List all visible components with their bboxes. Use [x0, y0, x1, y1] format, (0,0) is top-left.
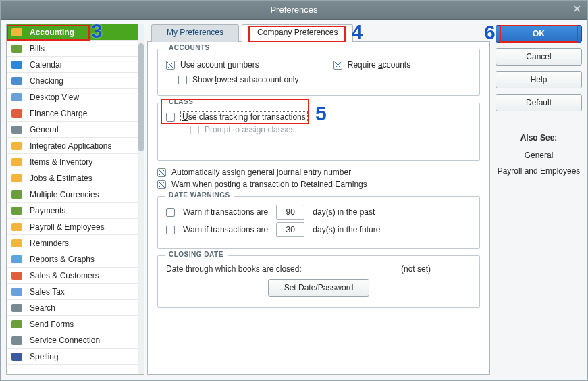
also-see-title: Also See:: [496, 133, 582, 143]
sidebar-item-send-forms[interactable]: Send Forms: [7, 316, 138, 332]
sidebar-item-reports-graphs[interactable]: Reports & Graphs: [7, 251, 138, 268]
sidebar-item-general[interactable]: General: [7, 122, 138, 138]
sidebar-item-label: Accounting: [30, 28, 74, 37]
sidebar-item-payments[interactable]: Payments: [7, 203, 138, 219]
svg-rect-15: [11, 272, 22, 280]
sidebar-item-label: Spelling: [30, 352, 59, 361]
sidebar-item-payroll-employees[interactable]: Payroll & Employees: [7, 219, 138, 235]
sidebar-scroll-thumb[interactable]: [138, 43, 144, 151]
button-set-date-password[interactable]: Set Date/Password: [268, 279, 369, 297]
sidebar-item-label: Finance Charge: [30, 109, 87, 118]
svg-rect-8: [11, 158, 22, 166]
group-title: CLASS: [165, 98, 197, 105]
sidebar-item-icon: [9, 140, 24, 152]
sidebar-item-spelling[interactable]: Spelling: [7, 349, 138, 365]
checkbox-auto-journal[interactable]: [157, 168, 166, 177]
sidebar-item-items-inventory[interactable]: Items & Inventory: [7, 154, 138, 170]
label-auto-journal[interactable]: Automatically assign general journal ent…: [171, 168, 351, 177]
svg-rect-14: [11, 255, 22, 263]
sidebar-item-service-connection[interactable]: Service Connection: [7, 332, 138, 349]
svg-rect-6: [11, 126, 22, 134]
label-warn-future-before[interactable]: Warn if transactions are: [183, 225, 268, 234]
sidebar-item-icon: [9, 124, 24, 136]
checkbox-class-tracking[interactable]: [166, 113, 175, 122]
svg-rect-9: [11, 174, 22, 182]
sidebar-item-label: Payroll & Employees: [30, 222, 105, 232]
sidebar-item-jobs-estimates[interactable]: Jobs & Estimates: [7, 170, 138, 186]
label-warn-future-after: day(s) in the future: [313, 225, 380, 234]
button-cancel[interactable]: Cancel: [496, 48, 582, 66]
sidebar-item-integrated-applications[interactable]: Integrated Applications: [7, 138, 138, 154]
group-title: CLOSING DATE: [165, 251, 228, 258]
svg-rect-16: [11, 288, 22, 296]
checkbox-require-accounts[interactable]: [333, 61, 342, 70]
sidebar-item-icon: [9, 91, 24, 103]
svg-rect-4: [11, 93, 22, 101]
button-ok[interactable]: OK: [496, 25, 582, 43]
sidebar-item-icon: [9, 221, 24, 233]
svg-rect-18: [11, 320, 22, 328]
sidebar-item-icon: [9, 318, 24, 330]
button-help[interactable]: Help: [496, 71, 582, 88]
sidebar-item-multiple-currencies[interactable]: Multiple Currencies: [7, 186, 138, 203]
group-title: ACCOUNTS: [165, 44, 214, 51]
right-column: OK Cancel Help Default Also See: General…: [496, 24, 582, 375]
tab-company-preferences[interactable]: Company Preferences: [242, 24, 353, 42]
sidebar-item-label: Send Forms: [30, 320, 74, 329]
sidebar-item-icon: [9, 302, 24, 314]
tab-my-preferences[interactable]: My Preferences: [151, 24, 239, 42]
sidebar-item-icon: [9, 59, 24, 71]
close-icon[interactable]: ✕: [570, 3, 583, 17]
button-default[interactable]: Default: [496, 94, 582, 111]
label-warn-past-before[interactable]: Warn if transactions are: [183, 207, 268, 217]
content-area: My Preferences Company Preferences ACCOU…: [147, 24, 493, 375]
sidebar-item-icon: [9, 156, 24, 168]
input-days-future[interactable]: 30: [276, 222, 304, 237]
label-require-accounts[interactable]: Require accounts: [348, 60, 410, 70]
checkbox-warn-retained[interactable]: [157, 180, 166, 189]
label-warn-retained[interactable]: Warn when posting a transaction to Retai…: [171, 180, 367, 189]
svg-rect-17: [11, 304, 22, 312]
sidebar-item-label: Desktop View: [30, 93, 79, 102]
label-show-lowest[interactable]: Show lowest subaccount only: [192, 75, 298, 84]
checkbox-show-lowest[interactable]: [178, 76, 187, 84]
group-class: CLASS Use class tracking for transaction…: [157, 103, 480, 161]
svg-rect-5: [11, 109, 22, 118]
sidebar-item-icon: [9, 205, 24, 217]
sidebar-item-accounting[interactable]: Accounting: [7, 24, 138, 41]
label-closing-date: Date through which books are closed:: [166, 264, 302, 274]
sidebar-item-label: Checking: [30, 76, 63, 86]
label-class-tracking[interactable]: Use class tracking for transactions: [180, 111, 308, 122]
sidebar-item-search[interactable]: Search: [7, 300, 138, 316]
sidebar-item-label: General: [30, 125, 59, 134]
sidebar-item-icon: [9, 43, 24, 55]
svg-rect-0: [11, 28, 22, 36]
also-see-item[interactable]: General: [496, 151, 582, 161]
sidebar-item-checking[interactable]: Checking: [7, 73, 138, 89]
sidebar-scrollbar[interactable]: [138, 24, 144, 374]
sidebar-item-bills[interactable]: Bills: [7, 41, 138, 57]
sidebar-item-label: Bills: [30, 44, 45, 53]
also-see: Also See: General Payroll and Employees: [496, 133, 582, 182]
checkbox-warn-past[interactable]: [166, 208, 175, 217]
sidebar-item-icon: [9, 26, 24, 39]
sidebar-item-label: Service Connection: [30, 336, 100, 345]
sidebar-item-sales-customers[interactable]: Sales & Customers: [7, 268, 138, 284]
sidebar-item-sales-tax[interactable]: Sales Tax: [7, 284, 138, 300]
body: AccountingBillsCalendarCheckingDesktop V…: [1, 20, 587, 380]
svg-rect-13: [11, 239, 22, 247]
also-see-item[interactable]: Payroll and Employees: [496, 166, 582, 176]
sidebar-item-reminders[interactable]: Reminders: [7, 235, 138, 251]
sidebar-item-desktop-view[interactable]: Desktop View: [7, 89, 138, 105]
sidebar-item-calendar[interactable]: Calendar: [7, 57, 138, 73]
sidebar-item-icon: [9, 253, 24, 265]
input-days-past[interactable]: 90: [276, 205, 304, 220]
group-accounts: ACCOUNTS Use account numbers Require acc…: [157, 49, 480, 96]
sidebar-item-icon: [9, 351, 24, 363]
sidebar-item-icon: [9, 172, 24, 184]
checkbox-warn-future[interactable]: [166, 226, 175, 234]
sidebar-item-finance-charge[interactable]: Finance Charge: [7, 105, 138, 122]
label-use-account-numbers[interactable]: Use account numbers: [180, 60, 259, 70]
sidebar-item-label: Reminders: [30, 238, 69, 248]
checkbox-use-account-numbers[interactable]: [166, 61, 175, 70]
